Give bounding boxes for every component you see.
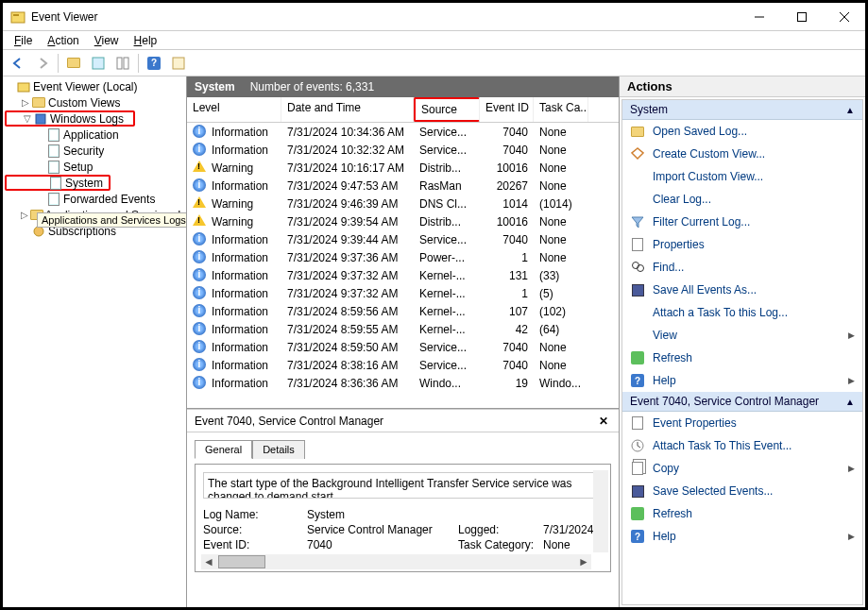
warning-icon bbox=[193, 196, 206, 208]
tab-details[interactable]: Details bbox=[252, 440, 305, 459]
info-icon: i bbox=[193, 178, 206, 192]
back-button[interactable] bbox=[7, 52, 29, 75]
tree-tooltip: Applications and Services Logs bbox=[37, 212, 187, 228]
app-icon bbox=[10, 9, 26, 25]
svg-rect-6 bbox=[93, 58, 104, 69]
action-help-2[interactable]: ?Help▶ bbox=[622, 525, 862, 548]
grid-row[interactable]: iInformation7/31/2024 9:37:36 AMPower-..… bbox=[187, 248, 619, 266]
detail-hscroll[interactable]: ◄► bbox=[201, 554, 591, 569]
info-icon: i bbox=[193, 143, 206, 156]
info-icon: i bbox=[193, 358, 206, 371]
tab-general[interactable]: General bbox=[195, 440, 252, 459]
grid-row[interactable]: Warning7/31/2024 9:46:39 AMDNS Cl...1014… bbox=[187, 195, 619, 212]
action-properties[interactable]: Properties bbox=[622, 233, 862, 256]
detail-close-button[interactable]: ✕ bbox=[596, 414, 611, 429]
grid-row[interactable]: iInformation7/31/2024 10:32:32 AMService… bbox=[187, 141, 619, 159]
grid-row[interactable]: iInformation7/31/2024 8:38:16 AMService.… bbox=[187, 356, 619, 374]
col-eventid[interactable]: Event ID bbox=[480, 97, 534, 122]
tree-pane[interactable]: Event Viewer (Local) ▷ Custom Views ▽ Wi… bbox=[3, 76, 187, 607]
grid-row[interactable]: iInformation7/31/2024 10:34:36 AMService… bbox=[187, 123, 619, 141]
tree-setup-label: Setup bbox=[63, 161, 93, 174]
grid-row[interactable]: iInformation7/31/2024 9:47:53 AMRasMan20… bbox=[187, 177, 619, 195]
tree-security[interactable]: Security bbox=[5, 143, 184, 159]
grid-row[interactable]: iInformation7/31/2024 8:59:50 AMService.… bbox=[187, 338, 619, 356]
menubar: File Action View Help bbox=[3, 31, 865, 50]
grid-row[interactable]: iInformation7/31/2024 8:59:55 AMKernel-.… bbox=[187, 320, 619, 338]
grid-row[interactable]: iInformation7/31/2024 9:37:32 AMKernel-.… bbox=[187, 266, 619, 284]
action-help[interactable]: ?Help▶ bbox=[622, 369, 862, 392]
grid-row[interactable]: Warning7/31/2024 10:16:17 AMDistrib...10… bbox=[187, 159, 619, 177]
col-source[interactable]: Source bbox=[414, 97, 480, 122]
actions-section-event[interactable]: Event 7040, Service Control Manager▲ bbox=[622, 392, 862, 412]
menu-file[interactable]: File bbox=[7, 32, 40, 49]
grid-row[interactable]: iInformation7/31/2024 8:36:36 AMWindo...… bbox=[187, 374, 619, 392]
svg-rect-3 bbox=[797, 12, 806, 21]
tree-windows-logs[interactable]: ▽ Windows Logs bbox=[5, 110, 135, 127]
svg-rect-9 bbox=[173, 58, 184, 69]
svg-rect-11 bbox=[36, 114, 45, 124]
action-create-custom-view[interactable]: Create Custom View... bbox=[622, 143, 862, 165]
svg-rect-7 bbox=[117, 58, 122, 69]
tree-windows-logs-label: Windows Logs bbox=[50, 112, 124, 126]
detail-vscroll[interactable] bbox=[593, 470, 608, 552]
tree-application[interactable]: Application bbox=[5, 127, 184, 143]
maximize-button[interactable] bbox=[780, 4, 823, 30]
detail-pane: Event 7040, Service Control Manager ✕ Ge… bbox=[187, 409, 619, 607]
menu-help[interactable]: Help bbox=[127, 32, 165, 49]
actions-section-system[interactable]: System▲ bbox=[622, 100, 862, 120]
toolbar-btn-4[interactable] bbox=[167, 52, 190, 75]
info-icon: i bbox=[193, 340, 206, 353]
minimize-button[interactable] bbox=[738, 4, 780, 30]
tree-application-label: Application bbox=[63, 128, 119, 142]
tree-forwarded-label: Forwarded Events bbox=[63, 193, 155, 206]
detail-description: The start type of the Background Intelli… bbox=[203, 472, 603, 499]
info-icon: i bbox=[193, 268, 206, 281]
action-import-custom-view[interactable]: Import Custom View... bbox=[622, 165, 862, 188]
col-datetime[interactable]: Date and Time bbox=[281, 97, 414, 122]
action-view[interactable]: View▶ bbox=[622, 324, 862, 347]
center-pane: System Number of events: 6,331 Level Dat… bbox=[187, 76, 620, 607]
window-title: Event Viewer bbox=[31, 10, 738, 24]
tree-root[interactable]: Event Viewer (Local) bbox=[5, 78, 184, 94]
eventid-label: Event ID: bbox=[203, 538, 307, 551]
action-save-selected[interactable]: Save Selected Events... bbox=[622, 480, 862, 502]
toolbar-help-button[interactable]: ? bbox=[143, 52, 165, 75]
action-clear-log[interactable]: Clear Log... bbox=[622, 188, 862, 211]
grid-body[interactable]: iInformation7/31/2024 10:34:36 AMService… bbox=[187, 123, 619, 408]
forward-button[interactable] bbox=[31, 52, 54, 75]
toolbar-btn-3[interactable] bbox=[111, 52, 134, 75]
info-icon: i bbox=[193, 304, 206, 317]
action-attach-event-task[interactable]: Attach Task To This Event... bbox=[622, 434, 862, 457]
action-open-saved-log[interactable]: Open Saved Log... bbox=[622, 120, 862, 143]
toolbar: ? bbox=[3, 50, 865, 76]
tree-custom-views[interactable]: ▷ Custom Views bbox=[5, 94, 184, 110]
action-copy[interactable]: Copy▶ bbox=[622, 457, 862, 480]
tree-system[interactable]: System bbox=[5, 175, 111, 191]
col-taskcat[interactable]: Task Ca... bbox=[534, 97, 588, 122]
detail-title: Event 7040, Service Control Manager bbox=[195, 415, 596, 428]
action-event-properties[interactable]: Event Properties bbox=[622, 412, 862, 434]
warning-icon bbox=[193, 161, 206, 172]
menu-action[interactable]: Action bbox=[40, 32, 86, 49]
grid-row[interactable]: iInformation7/31/2024 8:59:56 AMKernel-.… bbox=[187, 302, 619, 320]
menu-view[interactable]: View bbox=[87, 32, 127, 49]
action-save-all[interactable]: Save All Events As... bbox=[622, 279, 862, 301]
svg-rect-1 bbox=[13, 14, 19, 16]
tree-setup[interactable]: Setup bbox=[5, 159, 184, 175]
toolbar-btn-1[interactable] bbox=[62, 52, 85, 75]
close-button[interactable] bbox=[823, 4, 865, 30]
toolbar-btn-2[interactable] bbox=[87, 52, 110, 75]
info-icon: i bbox=[193, 232, 206, 246]
grid-row[interactable]: iInformation7/31/2024 9:39:44 AMService.… bbox=[187, 230, 619, 248]
action-attach-task[interactable]: Attach a Task To this Log... bbox=[622, 301, 862, 324]
action-filter-log[interactable]: Filter Current Log... bbox=[622, 211, 862, 233]
col-level[interactable]: Level bbox=[187, 97, 281, 122]
action-refresh[interactable]: Refresh bbox=[622, 347, 862, 369]
grid-row[interactable]: iInformation7/31/2024 9:37:32 AMKernel-.… bbox=[187, 284, 619, 302]
svg-point-12 bbox=[34, 227, 43, 236]
tree-forwarded[interactable]: Forwarded Events bbox=[5, 191, 184, 207]
grid-row[interactable]: Warning7/31/2024 9:39:54 AMDistrib...100… bbox=[187, 212, 619, 230]
center-header-count: Number of events: 6,331 bbox=[250, 80, 374, 93]
action-find[interactable]: Find... bbox=[622, 256, 862, 279]
action-refresh-2[interactable]: Refresh bbox=[622, 502, 862, 525]
